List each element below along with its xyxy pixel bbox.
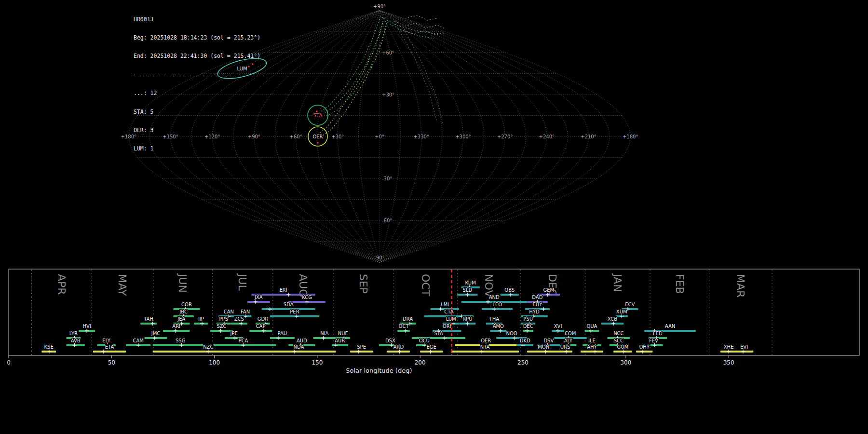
radiant-drift-track: [403, 27, 443, 123]
shower-bar-nta: [451, 351, 519, 353]
shower-label-ile: ILE: [588, 338, 596, 343]
shower-bar-leo: [482, 308, 513, 310]
shower-label-eri: ERI: [279, 287, 287, 293]
shower-bar-eta: [93, 351, 126, 353]
shower-label-hvi: HVI: [82, 324, 91, 329]
south-pole-label: -90°: [374, 255, 384, 260]
shower-label-cor: COR: [181, 302, 192, 307]
shower-label-dec: DEC: [523, 324, 533, 329]
shower-label-gum: GUM: [617, 344, 629, 350]
graticule-meridian: [380, 11, 505, 263]
shower-label-eta: ETA: [105, 344, 114, 350]
x-tick-label: 150: [312, 359, 323, 366]
radiant-drift-track: [401, 30, 445, 35]
meteor-detection-dot: [316, 111, 318, 112]
month-label-feb: FEB: [674, 274, 686, 294]
shower-label-leo: LEO: [492, 302, 502, 307]
shower-label-kse: KSE: [44, 344, 54, 350]
shower-label-evi: EVI: [740, 344, 748, 350]
shower-label-dsv: DSV: [543, 338, 554, 343]
shower-bar-ahy: [581, 351, 603, 353]
shower-bar-amo: [490, 330, 506, 332]
shower-label-jxa: JXA: [254, 295, 263, 300]
shower-label-xvi: XVI: [554, 324, 562, 329]
shower-label-lmi: LMI: [441, 302, 449, 307]
shower-bar-mon: [527, 351, 560, 353]
shower-label-xhe: XHE: [724, 344, 734, 350]
shower-label-ori: ORI: [443, 324, 451, 329]
shower-label-jpe: JPE: [230, 331, 237, 336]
shower-label-urs: URS: [560, 344, 570, 350]
shower-bar-jxa: [247, 301, 270, 303]
count-oer: OER: 3: [134, 127, 267, 134]
shower-label-ocu: OCU: [419, 338, 430, 343]
shower-label-avb: AVB: [71, 338, 81, 343]
shower-label-oer: OER: [481, 338, 491, 343]
end-time: End: 20251028 22:41:30 (sol = 215.41°): [134, 53, 267, 59]
activity-chart: APRMAYJUNJULAUGSEPOCTNOVDECJANFEBMARKUME…: [7, 269, 859, 374]
shower-label-tah: TAH: [143, 316, 153, 322]
observation-header: HR001J Beg: 20251028 18:14:23 (sol = 215…: [134, 4, 267, 158]
shower-label-mon: MON: [538, 344, 549, 350]
month-label-jul: JUL: [236, 273, 248, 291]
month-label-mar: MAR: [734, 274, 746, 298]
shower-label-fed: FED: [653, 331, 663, 336]
shower-label-jmc: JMC: [151, 331, 161, 336]
shower-label-jbc: JBC: [179, 309, 188, 314]
longitude-label: +60°: [290, 134, 302, 139]
latitude-label: -60°: [382, 218, 392, 223]
shower-label-can: CAN: [224, 309, 234, 314]
longitude-label: +330°: [413, 134, 429, 139]
shower-label-zcs: ZCS: [234, 316, 244, 322]
shower-bar-dkd: [517, 344, 533, 346]
count-unassociated: ...: 12: [134, 90, 267, 96]
latitude-label: +60°: [382, 50, 394, 55]
x-tick-label: 300: [620, 359, 631, 366]
shower-label-ohy: OHY: [639, 344, 650, 350]
month-label-sep: SEP: [357, 274, 369, 294]
shower-label-lyr: LYR: [69, 331, 78, 336]
shower-label-and: AND: [489, 295, 500, 300]
shower-bar-pau: [270, 337, 295, 339]
longitude-label: +210°: [581, 134, 596, 139]
shower-label-per: PER: [290, 309, 299, 314]
month-label-jun: JUN: [176, 273, 189, 293]
shower-label-ard: ARD: [393, 344, 404, 350]
longitude-label: +30°: [331, 134, 344, 139]
count-lum: LUM: 1: [134, 146, 267, 152]
shower-label-pca: PCA: [238, 338, 248, 343]
month-label-jan: JAN: [611, 273, 624, 292]
radiant-drift-track: [408, 15, 437, 20]
x-tick-label: 200: [415, 359, 426, 366]
shower-label-nue: NUE: [338, 331, 348, 336]
shower-bar-zcs: [231, 323, 247, 325]
shower-label-amo: AMO: [493, 324, 504, 329]
shower-label-gem: GEM: [543, 287, 554, 293]
radiant-drift-track: [320, 23, 383, 133]
shower-label-ehy: EHY: [532, 302, 542, 307]
longitude-label: +300°: [455, 134, 471, 139]
shower-label-jea: JEA: [177, 316, 185, 322]
shower-label-obs: OBS: [504, 287, 515, 293]
longitude-label: +180°: [623, 134, 638, 139]
radiant-drift-track: [320, 16, 380, 112]
shower-label-dra: DRA: [403, 316, 413, 322]
shower-label-sld: SLD: [463, 287, 473, 293]
month-label-may: MAY: [116, 274, 128, 296]
shower-label-ahy: AHY: [587, 344, 597, 350]
shower-label-psu: PSU: [523, 316, 533, 322]
shower-label-fan: FAN: [241, 309, 250, 314]
begin-time: Beg: 20251028 18:14:23 (sol = 215.23°): [134, 35, 267, 41]
x-tick-label: 100: [209, 359, 220, 366]
shower-label-ely: ELY: [102, 338, 111, 343]
x-tick-label: 350: [723, 359, 734, 366]
shower-label-spe: SPE: [357, 344, 366, 350]
longitude-label: +0°: [375, 134, 384, 139]
radiant-drift-track: [385, 21, 434, 39]
shower-label-rpu: RPU: [462, 316, 472, 322]
shower-label-ecv: ECV: [625, 302, 635, 307]
shower-label-scc: SCC: [614, 338, 624, 343]
shower-label-noo: NOO: [506, 331, 517, 336]
longitude-label: +270°: [497, 134, 513, 139]
shower-label-ari: ARI: [172, 324, 180, 329]
